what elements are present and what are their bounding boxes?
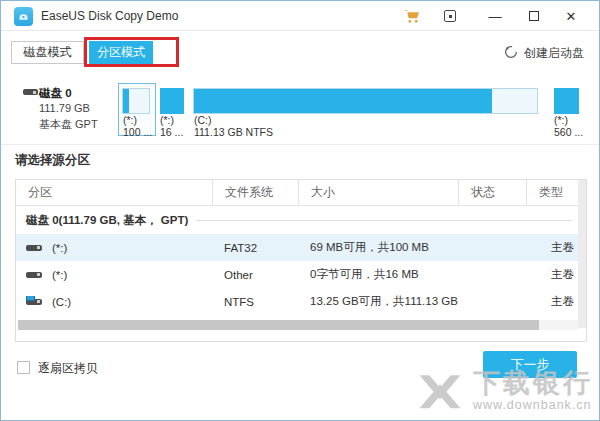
partition-table: 分区 文件系统 大小 状态 类型 磁盘 0(111.79 GB, 基本， GPT… (15, 179, 587, 342)
app-window: EaseUS Disk Copy Demo — ✕ 磁盘模式 分区模式 创建启动… (0, 0, 600, 421)
sector-copy-label: 逐扇区拷贝 (38, 360, 98, 377)
section-divider (1, 144, 599, 145)
vertical-scrollbar[interactable] (578, 180, 586, 328)
header-size: 大小 (298, 180, 458, 205)
partition-1-label: (*:) (123, 114, 152, 126)
header-status: 状态 (458, 180, 526, 205)
sector-copy-checkbox[interactable] (17, 361, 30, 374)
table-row[interactable]: (*:) Other 0字节可用，共16 MB 主卷 (16, 261, 586, 288)
tab-partition-mode[interactable]: 分区模式 (89, 41, 153, 64)
disk-type: 基本盘 GPT (39, 117, 98, 132)
header-partition: 分区 (16, 180, 212, 205)
maximize-button[interactable] (523, 1, 545, 31)
partition-bar-3[interactable] (193, 88, 538, 114)
disk-name: 磁盘 0 (39, 86, 72, 101)
disk-icon (23, 89, 38, 95)
partition-3-label: (C:) (194, 114, 273, 126)
table-row[interactable]: (C:) NTFS 13.25 GB可用，共111.13 GB 主卷 (16, 288, 586, 315)
tab-disk-mode[interactable]: 磁盘模式 (11, 41, 84, 64)
create-boot-disk-link[interactable]: 创建启动盘 (504, 45, 584, 62)
partition-bar-1[interactable] (122, 88, 150, 114)
header-filesystem: 文件系统 (212, 180, 298, 205)
app-logo-icon (14, 7, 33, 26)
titlebar: EaseUS Disk Copy Demo — ✕ (1, 1, 599, 31)
partition-4-size: 560 ... (554, 126, 583, 138)
minimize-button[interactable]: — (484, 1, 506, 31)
partition-2-label: (*:) (160, 114, 183, 126)
next-button[interactable]: 下一步 (483, 351, 577, 378)
partition-bar-4[interactable] (554, 88, 579, 114)
system-drive-icon (26, 299, 42, 305)
partition-bar-2[interactable] (160, 88, 184, 114)
boot-disk-icon (504, 45, 518, 62)
cart-icon[interactable] (401, 1, 423, 31)
boxed-dot-icon[interactable] (439, 1, 461, 31)
partition-1-size: 100 ... (123, 126, 152, 138)
disk-size: 111.79 GB (39, 102, 90, 114)
close-button[interactable]: ✕ (560, 1, 582, 31)
drive-icon (26, 272, 42, 278)
partition-3-size: 111.13 GB NTFS (194, 126, 273, 138)
table-row[interactable]: (*:) FAT32 69 MB可用，共100 MB 主卷 (16, 234, 586, 261)
watermark-url: www.downbank.cn (473, 398, 592, 412)
horizontal-scrollbar[interactable] (18, 320, 578, 330)
window-title: EaseUS Disk Copy Demo (41, 9, 178, 23)
section-title: 请选择源分区 (15, 152, 90, 169)
drive-icon (26, 245, 42, 251)
partition-2-size: 16 ... (160, 126, 183, 138)
disk-group-row: 磁盘 0(111.79 GB, 基本， GPT) (16, 206, 586, 234)
partition-4-label: (*:) (554, 114, 583, 126)
header-type: 类型 (526, 180, 578, 205)
table-header: 分区 文件系统 大小 状态 类型 (16, 180, 586, 206)
watermark-x-logo (415, 370, 465, 414)
